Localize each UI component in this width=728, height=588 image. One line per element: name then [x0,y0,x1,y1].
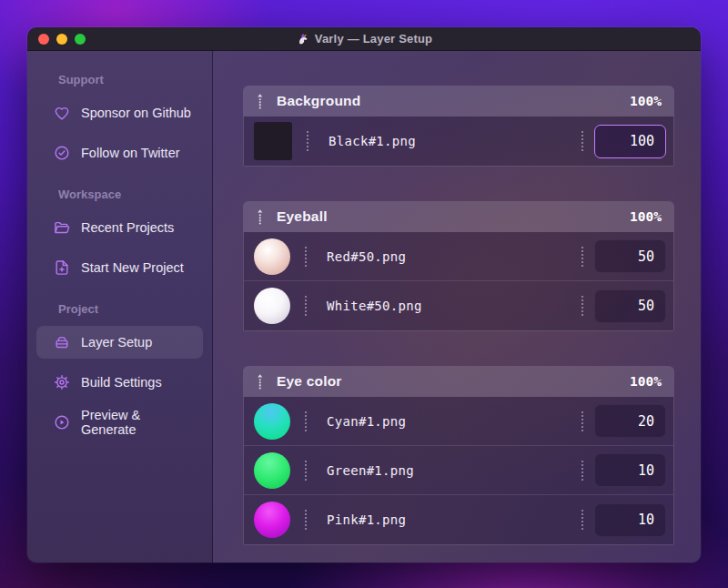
dotted-divider [305,461,307,481]
document-plus-icon [53,259,71,277]
minimize-button[interactable] [56,34,67,45]
layer-group-rows: Black#1.png [243,117,674,167]
layer-group: Eye color 100% Cyan#1.png Green#1.png Pi… [243,366,674,545]
layer-group-header: Background 100% [243,86,674,117]
sidebar-item-preview-generate[interactable]: Preview & Generate [36,406,203,439]
window-title-text: Varly — Layer Setup [315,32,433,46]
folder-open-icon [53,218,71,237]
sidebar-section-label: Project [58,302,196,316]
layer-group-rows: Red#50.png White#50.png [243,232,674,331]
layer-row: Black#1.png [244,117,673,166]
layer-row: Green#1.png [244,446,673,495]
sidebar-item-layer-setup[interactable]: Layer Setup [36,326,203,359]
layer-filename: White#50.png [327,299,422,313]
sidebar-item-start-new-project[interactable]: Start New Project [36,251,203,284]
drag-handle-icon[interactable] [256,93,265,110]
sidebar-item-build-settings[interactable]: Build Settings [36,366,203,399]
layer-weight-input[interactable] [594,239,666,273]
sidebar-section: Workspace Recent Projects Start New Proj… [27,188,212,284]
dotted-divider [581,461,583,481]
layer-list: Background 100% Black#1.png Eyeball 100%… [213,51,701,563]
layer-group-header: Eyeball 100% [243,201,674,232]
layer-row: White#50.png [244,281,673,330]
sidebar-item-label: Preview & Generate [81,408,196,437]
window-body: Support Sponsor on Github Follow on Twit… [27,51,701,563]
layer-filename: Red#50.png [327,249,406,264]
sidebar-section: Project Layer Setup Build Settings Previ… [27,302,212,439]
layer-group: Background 100% Black#1.png [243,86,674,167]
sidebar-nav: Support Sponsor on Github Follow on Twit… [27,51,213,563]
sidebar-item-recent-projects[interactable]: Recent Projects [36,211,203,244]
layer-weight-input[interactable] [594,125,666,158]
sidebar-section: Support Sponsor on Github Follow on Twit… [27,73,212,169]
sidebar-item-sponsor-on-github[interactable]: Sponsor on Github [36,96,203,129]
layer-group: Eyeball 100% Red#50.png White#50.png [243,201,674,331]
app-window: Varly — Layer Setup Support Sponsor on G… [27,27,701,563]
layer-row: Pink#1.png [244,495,673,544]
dotted-divider [305,247,307,267]
dotted-divider [581,411,583,431]
layer-thumbnail-black-square [254,122,292,160]
dotted-divider [581,131,583,151]
sidebar-item-label: Layer Setup [81,335,152,350]
heart-icon [53,104,71,122]
layer-thumbnail-green-sphere [254,452,290,489]
badge-check-icon [53,144,71,162]
drag-handle-icon[interactable] [256,208,265,226]
layer-weight-input[interactable] [594,404,666,438]
layer-group-rows: Cyan#1.png Green#1.png Pink#1.png [243,397,674,545]
play-circle-icon [53,413,71,431]
layers-icon [53,333,71,351]
layer-filename: Green#1.png [327,463,414,478]
dotted-divider [581,247,583,267]
unicorn-icon [296,32,309,46]
sidebar-item-label: Start New Project [81,260,184,275]
layer-group-title: Eyeball [277,208,328,225]
sidebar-item-label: Recent Projects [81,220,174,235]
layer-group-weight: 100% [630,374,662,389]
layer-weight-input[interactable] [594,453,666,487]
sidebar-section-label: Support [58,73,196,86]
layer-group-weight: 100% [630,209,662,224]
window-controls [38,27,86,50]
sidebar-item-follow-on-twitter[interactable]: Follow on Twitter [36,137,203,169]
window-title: Varly — Layer Setup [296,32,433,46]
drag-handle-icon[interactable] [256,373,265,390]
dotted-divider [305,411,307,431]
layer-thumbnail-pearl-sphere [254,238,290,275]
layer-thumbnail-white-sphere [254,288,290,324]
layer-weight-input[interactable] [594,503,666,537]
layer-filename: Black#1.png [329,134,416,148]
dotted-divider [307,131,308,151]
layer-thumbnail-pink-sphere [254,502,290,538]
titlebar: Varly — Layer Setup [27,27,701,51]
layer-row: Red#50.png [244,232,673,281]
layer-group-title: Eye color [277,373,342,390]
gear-icon [53,373,71,391]
sidebar-item-label: Build Settings [81,375,162,390]
sidebar-item-label: Sponsor on Github [81,106,191,120]
layer-group-header: Eye color 100% [243,366,674,397]
layer-filename: Cyan#1.png [327,414,406,429]
dotted-divider [305,296,307,316]
layer-filename: Pink#1.png [327,512,406,527]
layer-group-title: Background [277,93,360,109]
sidebar-section-label: Workspace [58,188,196,201]
layer-thumbnail-cyan-sphere [254,403,290,440]
layer-group-weight: 100% [630,94,662,108]
sidebar-item-label: Follow on Twitter [81,146,180,160]
dotted-divider [581,510,583,530]
close-button[interactable] [38,34,49,45]
layer-weight-input[interactable] [594,289,666,323]
dotted-divider [581,296,583,316]
zoom-button[interactable] [75,34,86,45]
dotted-divider [305,510,307,530]
layer-row: Cyan#1.png [244,397,673,446]
